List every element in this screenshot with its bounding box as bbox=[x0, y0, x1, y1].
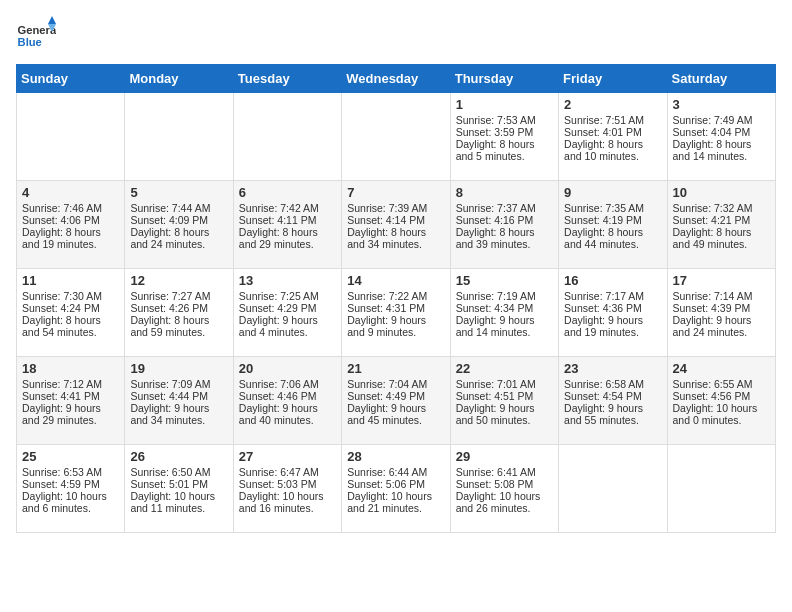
cell-info: Sunset: 4:26 PM bbox=[130, 302, 227, 314]
cell-info: Sunset: 4:16 PM bbox=[456, 214, 553, 226]
day-number: 7 bbox=[347, 185, 444, 200]
cell-info: Sunrise: 7:53 AM bbox=[456, 114, 553, 126]
calendar-cell: 8Sunrise: 7:37 AMSunset: 4:16 PMDaylight… bbox=[450, 181, 558, 269]
cell-info: Sunset: 4:49 PM bbox=[347, 390, 444, 402]
cell-info: Sunrise: 7:12 AM bbox=[22, 378, 119, 390]
calendar-table: SundayMondayTuesdayWednesdayThursdayFrid… bbox=[16, 64, 776, 533]
calendar-header: SundayMondayTuesdayWednesdayThursdayFrid… bbox=[17, 65, 776, 93]
calendar-body: 1Sunrise: 7:53 AMSunset: 3:59 PMDaylight… bbox=[17, 93, 776, 533]
calendar-cell: 29Sunrise: 6:41 AMSunset: 5:08 PMDayligh… bbox=[450, 445, 558, 533]
cell-info: Daylight: 8 hours and 49 minutes. bbox=[673, 226, 770, 250]
cell-info: Daylight: 8 hours and 24 minutes. bbox=[130, 226, 227, 250]
day-number: 18 bbox=[22, 361, 119, 376]
cell-info: Sunrise: 7:46 AM bbox=[22, 202, 119, 214]
day-number: 14 bbox=[347, 273, 444, 288]
calendar-week-row: 18Sunrise: 7:12 AMSunset: 4:41 PMDayligh… bbox=[17, 357, 776, 445]
day-number: 15 bbox=[456, 273, 553, 288]
cell-info: Sunrise: 6:58 AM bbox=[564, 378, 661, 390]
cell-info: Sunrise: 7:30 AM bbox=[22, 290, 119, 302]
calendar-cell: 6Sunrise: 7:42 AMSunset: 4:11 PMDaylight… bbox=[233, 181, 341, 269]
day-number: 24 bbox=[673, 361, 770, 376]
cell-info: Sunrise: 7:17 AM bbox=[564, 290, 661, 302]
cell-info: Sunrise: 7:14 AM bbox=[673, 290, 770, 302]
cell-info: Sunset: 4:31 PM bbox=[347, 302, 444, 314]
calendar-cell bbox=[233, 93, 341, 181]
day-number: 21 bbox=[347, 361, 444, 376]
logo-icon: General Blue bbox=[16, 16, 56, 56]
cell-info: Daylight: 9 hours and 4 minutes. bbox=[239, 314, 336, 338]
cell-info: Sunset: 4:36 PM bbox=[564, 302, 661, 314]
day-number: 1 bbox=[456, 97, 553, 112]
day-number: 27 bbox=[239, 449, 336, 464]
cell-info: Daylight: 8 hours and 29 minutes. bbox=[239, 226, 336, 250]
cell-info: Sunrise: 6:50 AM bbox=[130, 466, 227, 478]
cell-info: Daylight: 10 hours and 21 minutes. bbox=[347, 490, 444, 514]
cell-info: Daylight: 8 hours and 14 minutes. bbox=[673, 138, 770, 162]
cell-info: Daylight: 10 hours and 0 minutes. bbox=[673, 402, 770, 426]
cell-info: Sunset: 4:06 PM bbox=[22, 214, 119, 226]
day-number: 26 bbox=[130, 449, 227, 464]
day-number: 5 bbox=[130, 185, 227, 200]
calendar-cell: 14Sunrise: 7:22 AMSunset: 4:31 PMDayligh… bbox=[342, 269, 450, 357]
cell-info: Daylight: 8 hours and 54 minutes. bbox=[22, 314, 119, 338]
day-number: 23 bbox=[564, 361, 661, 376]
cell-info: Daylight: 8 hours and 5 minutes. bbox=[456, 138, 553, 162]
cell-info: Sunrise: 7:22 AM bbox=[347, 290, 444, 302]
calendar-cell: 17Sunrise: 7:14 AMSunset: 4:39 PMDayligh… bbox=[667, 269, 775, 357]
cell-info: Daylight: 10 hours and 16 minutes. bbox=[239, 490, 336, 514]
cell-info: Sunset: 4:11 PM bbox=[239, 214, 336, 226]
cell-info: Sunset: 4:56 PM bbox=[673, 390, 770, 402]
calendar-cell: 18Sunrise: 7:12 AMSunset: 4:41 PMDayligh… bbox=[17, 357, 125, 445]
cell-info: Daylight: 8 hours and 44 minutes. bbox=[564, 226, 661, 250]
cell-info: Sunrise: 7:42 AM bbox=[239, 202, 336, 214]
cell-info: Sunrise: 6:47 AM bbox=[239, 466, 336, 478]
weekday-header-monday: Monday bbox=[125, 65, 233, 93]
calendar-cell: 5Sunrise: 7:44 AMSunset: 4:09 PMDaylight… bbox=[125, 181, 233, 269]
calendar-cell: 4Sunrise: 7:46 AMSunset: 4:06 PMDaylight… bbox=[17, 181, 125, 269]
cell-info: Sunset: 4:04 PM bbox=[673, 126, 770, 138]
cell-info: Daylight: 8 hours and 10 minutes. bbox=[564, 138, 661, 162]
cell-info: Sunrise: 7:04 AM bbox=[347, 378, 444, 390]
calendar-cell: 19Sunrise: 7:09 AMSunset: 4:44 PMDayligh… bbox=[125, 357, 233, 445]
cell-info: Daylight: 9 hours and 40 minutes. bbox=[239, 402, 336, 426]
calendar-cell: 3Sunrise: 7:49 AMSunset: 4:04 PMDaylight… bbox=[667, 93, 775, 181]
cell-info: Sunset: 4:39 PM bbox=[673, 302, 770, 314]
calendar-cell bbox=[342, 93, 450, 181]
day-number: 22 bbox=[456, 361, 553, 376]
cell-info: Sunrise: 6:41 AM bbox=[456, 466, 553, 478]
calendar-cell: 26Sunrise: 6:50 AMSunset: 5:01 PMDayligh… bbox=[125, 445, 233, 533]
weekday-header-tuesday: Tuesday bbox=[233, 65, 341, 93]
weekday-header-row: SundayMondayTuesdayWednesdayThursdayFrid… bbox=[17, 65, 776, 93]
cell-info: Daylight: 9 hours and 9 minutes. bbox=[347, 314, 444, 338]
cell-info: Sunrise: 6:55 AM bbox=[673, 378, 770, 390]
day-number: 10 bbox=[673, 185, 770, 200]
cell-info: Sunset: 5:06 PM bbox=[347, 478, 444, 490]
calendar-cell: 28Sunrise: 6:44 AMSunset: 5:06 PMDayligh… bbox=[342, 445, 450, 533]
cell-info: Sunset: 4:01 PM bbox=[564, 126, 661, 138]
calendar-cell: 24Sunrise: 6:55 AMSunset: 4:56 PMDayligh… bbox=[667, 357, 775, 445]
day-number: 8 bbox=[456, 185, 553, 200]
cell-info: Daylight: 10 hours and 6 minutes. bbox=[22, 490, 119, 514]
cell-info: Sunset: 4:09 PM bbox=[130, 214, 227, 226]
calendar-cell: 2Sunrise: 7:51 AMSunset: 4:01 PMDaylight… bbox=[559, 93, 667, 181]
day-number: 28 bbox=[347, 449, 444, 464]
cell-info: Sunset: 5:01 PM bbox=[130, 478, 227, 490]
cell-info: Sunset: 4:54 PM bbox=[564, 390, 661, 402]
cell-info: Sunrise: 7:37 AM bbox=[456, 202, 553, 214]
day-number: 3 bbox=[673, 97, 770, 112]
cell-info: Daylight: 9 hours and 50 minutes. bbox=[456, 402, 553, 426]
calendar-week-row: 11Sunrise: 7:30 AMSunset: 4:24 PMDayligh… bbox=[17, 269, 776, 357]
cell-info: Sunrise: 7:39 AM bbox=[347, 202, 444, 214]
cell-info: Sunrise: 7:25 AM bbox=[239, 290, 336, 302]
calendar-cell: 9Sunrise: 7:35 AMSunset: 4:19 PMDaylight… bbox=[559, 181, 667, 269]
cell-info: Sunrise: 7:44 AM bbox=[130, 202, 227, 214]
calendar-week-row: 4Sunrise: 7:46 AMSunset: 4:06 PMDaylight… bbox=[17, 181, 776, 269]
cell-info: Sunset: 4:21 PM bbox=[673, 214, 770, 226]
weekday-header-friday: Friday bbox=[559, 65, 667, 93]
cell-info: Daylight: 8 hours and 59 minutes. bbox=[130, 314, 227, 338]
day-number: 12 bbox=[130, 273, 227, 288]
calendar-cell: 27Sunrise: 6:47 AMSunset: 5:03 PMDayligh… bbox=[233, 445, 341, 533]
calendar-cell: 21Sunrise: 7:04 AMSunset: 4:49 PMDayligh… bbox=[342, 357, 450, 445]
day-number: 17 bbox=[673, 273, 770, 288]
cell-info: Sunrise: 7:09 AM bbox=[130, 378, 227, 390]
